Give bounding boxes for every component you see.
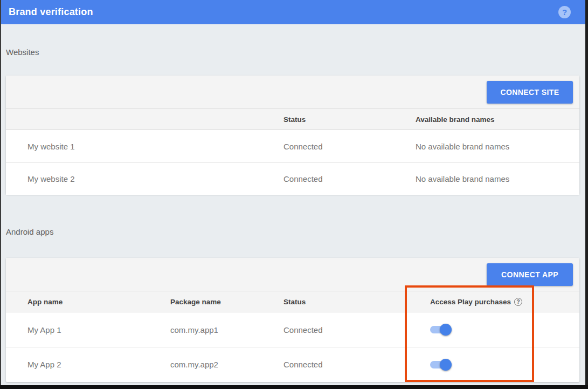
android-apps-card: CONNECT APP App name Package name Status… [6,258,579,382]
page-title: Brand verification [9,6,93,18]
websites-card: CONNECT SITE Status Available brand name… [6,76,579,194]
access-play-toggle[interactable] [430,359,451,371]
apps-col-access-play: Access Play purchases ? [430,298,579,306]
app-bar: Brand verification ? [0,0,585,24]
app-package: com.my.app1 [170,325,283,335]
websites-toolbar: CONNECT SITE [6,76,579,109]
website-row: My website 2 Connected No available bran… [6,162,579,195]
android-apps-section-label: Android apps [6,227,53,236]
websites-section-label: Websites [6,47,39,57]
website-name: My website 2 [27,174,283,183]
apps-col-app-name: App name [27,298,170,306]
website-brands: No available brand names [416,142,579,151]
apps-col-package: Package name [170,298,283,306]
website-status: Connected [283,142,416,151]
help-icon[interactable]: ? [558,6,571,18]
brand-verification-page: Brand verification ? Websites CONNECT SI… [0,0,588,389]
website-row: My website 1 Connected No available bran… [6,130,579,162]
app-name: My App 2 [27,360,170,369]
app-status: Connected [283,325,430,335]
screenshot-border-bottom [0,385,588,389]
toggle-thumb [440,359,452,371]
website-name: My website 1 [27,142,283,151]
connect-site-button[interactable]: CONNECT SITE [487,81,573,104]
websites-table-header: Status Available brand names [6,109,579,130]
apps-col-access-play-label: Access Play purchases [430,298,511,306]
toggle-thumb [440,324,452,336]
websites-col-status: Status [283,115,416,124]
websites-col-brands: Available brand names [416,115,579,124]
android-apps-table-header: App name Package name Status Access Play… [6,291,579,312]
screenshot-border-right [585,0,588,389]
screenshot-border-left [0,0,1,389]
access-play-toggle[interactable] [430,324,451,336]
app-name: My App 1 [27,325,170,335]
app-row: My App 1 com.my.app1 Connected [6,312,579,347]
android-apps-toolbar: CONNECT APP [6,258,579,291]
connect-app-button[interactable]: CONNECT APP [487,263,573,286]
app-status: Connected [283,360,430,369]
apps-col-status: Status [283,298,430,306]
app-package: com.my.app2 [170,360,283,369]
access-play-help-icon[interactable]: ? [514,298,522,306]
website-status: Connected [283,174,416,183]
app-row: My App 2 com.my.app2 Connected [6,347,579,381]
website-brands: No available brand names [416,174,579,183]
